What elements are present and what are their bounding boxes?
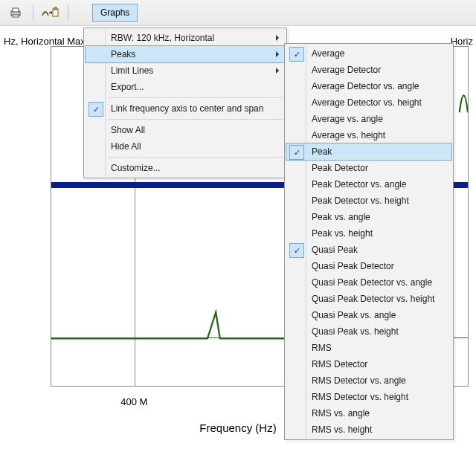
submenu-item[interactable]: Peak Detector vs. height <box>286 193 451 209</box>
x-axis-title: Frequency (Hz) <box>199 421 276 434</box>
submenu-item[interactable]: Average Detector vs. angle <box>286 78 451 94</box>
menu-item-link-axis[interactable]: ✓ Link frequency axis to center and span <box>86 100 285 117</box>
submenu-item[interactable]: ✓Average <box>286 45 451 62</box>
submenu-item-label: Quasi Peak vs. angle <box>312 310 396 320</box>
chevron-right-icon <box>276 68 279 74</box>
menu-separator <box>108 119 283 120</box>
x-tick-400m: 400 M <box>120 396 147 407</box>
submenu-item-label: Quasi Peak <box>312 245 358 255</box>
submenu-item[interactable]: RMS vs. height <box>286 421 451 438</box>
submenu-item-label: Peak vs. height <box>312 228 373 239</box>
submenu-item-label: RMS vs. height <box>312 424 372 435</box>
submenu-item[interactable]: RMS <box>286 340 451 356</box>
chevron-right-icon <box>276 35 279 41</box>
graphs-button-label: Graphs <box>100 7 129 18</box>
menu-item-hide-all[interactable]: Hide All <box>86 138 285 155</box>
submenu-item[interactable]: Peak vs. angle <box>286 209 451 225</box>
submenu-item-label: RMS Detector vs. angle <box>312 375 406 386</box>
check-icon: ✓ <box>289 243 304 258</box>
submenu-item-label: Peak <box>312 146 332 157</box>
submenu-item-label: Average Detector vs. angle <box>312 81 419 91</box>
submenu-item-label: Average Detector <box>312 65 381 75</box>
menu-item-limit-lines[interactable]: Limit Lines <box>86 62 285 79</box>
menu-item-rbw[interactable]: RBW: 120 kHz, Horizontal <box>86 30 285 46</box>
submenu-item[interactable]: ✓Quasi Peak <box>286 242 451 258</box>
submenu-item[interactable]: Average Detector <box>286 62 451 78</box>
menu-item-label: Limit Lines <box>111 65 153 76</box>
menu-item-label: Hide All <box>111 141 141 152</box>
submenu-item[interactable]: RMS Detector <box>286 356 451 372</box>
chevron-right-icon <box>276 51 279 57</box>
submenu-item[interactable]: Quasi Peak Detector vs. angle <box>286 274 451 291</box>
check-icon: ✓ <box>289 145 304 160</box>
submenu-item-label: RMS Detector vs. height <box>312 392 408 402</box>
svg-rect-2 <box>13 15 19 17</box>
submenu-item-label: RMS <box>312 343 332 353</box>
header-fragment-left: Hz, Horizontal Max A <box>2 36 95 47</box>
menu-item-label: Export... <box>111 82 144 92</box>
submenu-item-label: Quasi Peak Detector vs. height <box>312 294 434 304</box>
toolbar-separator <box>33 4 33 21</box>
submenu-item-label: RMS vs. angle <box>312 408 370 419</box>
menu-item-show-all[interactable]: Show All <box>86 122 285 138</box>
submenu-item[interactable]: Quasi Peak vs. angle <box>286 307 451 323</box>
submenu-item[interactable]: RMS Detector vs. angle <box>286 372 451 389</box>
submenu-item-label: Quasi Peak Detector <box>312 261 394 271</box>
submenu-item[interactable]: RMS vs. angle <box>286 405 451 421</box>
graphs-button[interactable]: Graphs <box>92 4 138 22</box>
submenu-item[interactable]: Peak vs. height <box>286 225 451 242</box>
submenu-item[interactable]: Quasi Peak vs. height <box>286 323 451 340</box>
menu-item-peaks[interactable]: Peaks <box>85 45 286 63</box>
submenu-item-label: Average Detector vs. height <box>312 97 422 108</box>
submenu-item-label: Peak Detector <box>312 163 368 173</box>
submenu-item[interactable]: Quasi Peak Detector vs. height <box>286 291 451 307</box>
toolbar-separator <box>68 4 68 21</box>
submenu-item-label: Peak vs. angle <box>312 212 370 222</box>
submenu-item-label: Peak Detector vs. height <box>312 196 409 206</box>
svg-rect-4 <box>54 7 57 10</box>
submenu-item[interactable]: Peak Detector <box>286 160 451 176</box>
submenu-item[interactable]: Average Detector vs. height <box>286 94 451 111</box>
submenu-item-label: Quasi Peak Detector vs. angle <box>312 277 432 288</box>
menu-item-label: Peaks <box>111 49 135 59</box>
submenu-item-label: Average vs. angle <box>312 114 383 124</box>
submenu-item-label: Average <box>312 48 344 59</box>
submenu-item-label: Quasi Peak vs. height <box>312 326 399 337</box>
menu-item-customize[interactable]: Customize... <box>86 160 285 176</box>
menu-separator <box>108 97 283 98</box>
graphs-menu: RBW: 120 kHz, Horizontal Peaks Limit Lin… <box>83 28 287 178</box>
submenu-item[interactable]: ✓Peak <box>286 143 452 161</box>
svg-rect-1 <box>13 8 19 12</box>
menu-separator <box>108 157 283 158</box>
print-button[interactable] <box>4 3 27 22</box>
menu-item-export[interactable]: Export... <box>86 79 285 95</box>
toolbar: Graphs <box>0 0 476 26</box>
submenu-item-label: RMS Detector <box>312 359 367 369</box>
menu-item-label: RBW: 120 kHz, Horizontal <box>111 33 214 43</box>
submenu-item[interactable]: RMS Detector vs. height <box>286 389 451 405</box>
peaks-submenu: ✓AverageAverage DetectorAverage Detector… <box>284 43 454 440</box>
check-icon: ✓ <box>289 47 304 62</box>
submenu-item-label: Peak Detector vs. angle <box>312 179 406 190</box>
curve-to-clipboard-icon <box>42 7 60 19</box>
submenu-item[interactable]: Peak Detector vs. angle <box>286 176 451 193</box>
submenu-item-label: Average vs. height <box>312 130 385 140</box>
copy-chart-button[interactable] <box>39 3 62 22</box>
printer-icon <box>9 7 22 19</box>
menu-item-label: Customize... <box>111 163 161 173</box>
menu-item-label: Show All <box>111 125 145 135</box>
submenu-item[interactable]: Average vs. height <box>286 127 451 143</box>
check-icon: ✓ <box>89 102 103 117</box>
submenu-item[interactable]: Average vs. angle <box>286 111 451 127</box>
menu-item-label: Link frequency axis to center and span <box>111 103 263 114</box>
submenu-item[interactable]: Quasi Peak Detector <box>286 258 451 274</box>
